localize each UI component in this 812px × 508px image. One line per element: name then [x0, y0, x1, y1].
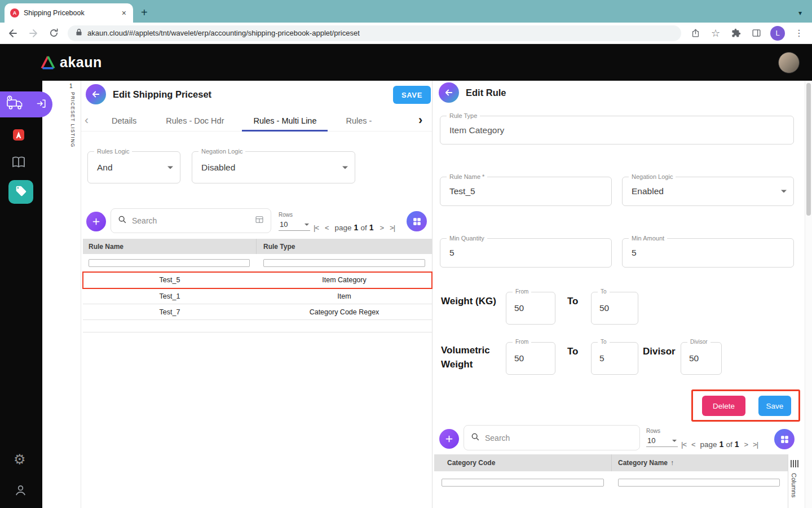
min-amount-field[interactable]: Min Amount 5: [622, 238, 794, 268]
divider: [81, 81, 81, 508]
pagination: |< < page 1 of 1 > >|: [681, 439, 758, 450]
weight-from-field[interactable]: From 50: [506, 292, 555, 325]
delete-button[interactable]: Delete: [702, 396, 745, 416]
tabs-scroll-right-icon[interactable]: ›: [418, 113, 422, 128]
close-tab-icon[interactable]: ×: [121, 8, 127, 17]
back-icon[interactable]: [7, 27, 19, 40]
search-icon: [118, 215, 127, 226]
table-row[interactable]: Test_1 Item: [83, 288, 432, 304]
prev-page-button[interactable]: <: [325, 224, 329, 232]
tag-icon: [15, 185, 27, 199]
favicon: A: [10, 8, 19, 17]
tab-list-button[interactable]: ▾: [798, 9, 802, 17]
settings-gear-icon[interactable]: ⚙: [14, 452, 26, 467]
save-button[interactable]: SAVE: [393, 86, 431, 104]
weight-to-field[interactable]: To 50: [591, 292, 638, 325]
tab-rules-multi-line[interactable]: Rules - Multi Line: [239, 110, 331, 132]
profile-person-icon[interactable]: [14, 484, 27, 497]
category-name-filter-input[interactable]: [618, 479, 780, 487]
add-category-button[interactable]: [439, 429, 459, 449]
columns-label[interactable]: Columns: [791, 473, 797, 497]
rows-per-page: Rows 10: [646, 428, 678, 447]
next-page-button[interactable]: >: [744, 440, 748, 449]
rows-per-page: Rows 10: [279, 212, 310, 231]
back-button[interactable]: [86, 84, 106, 104]
rule-name-field[interactable]: Rule Name * Test_5: [440, 177, 612, 206]
page-title: Edit Shipping Priceset: [113, 89, 211, 100]
last-page-button[interactable]: >|: [753, 440, 758, 449]
chevron-down-icon: [342, 166, 348, 169]
negation-logic-rule-select[interactable]: Negation Logic Enabled: [622, 177, 794, 206]
volumetric-to-field[interactable]: To 5: [591, 342, 638, 375]
column-header-rule-type[interactable]: Rule Type: [257, 239, 432, 254]
rule-type-filter-input[interactable]: [263, 259, 425, 267]
table-row[interactable]: Test_7 Category Code Regex: [83, 304, 432, 320]
save-rule-button[interactable]: Save: [758, 396, 791, 416]
first-page-button[interactable]: |<: [681, 440, 686, 449]
new-tab-button[interactable]: +: [141, 7, 148, 18]
tab-details[interactable]: Details: [97, 110, 151, 132]
browser-profile-avatar[interactable]: L: [770, 26, 785, 41]
side-panel-icon[interactable]: [750, 27, 762, 40]
sidebar-item-shipping-active[interactable]: [0, 91, 52, 117]
volumetric-weight-label: Volumetric Weight: [441, 343, 490, 371]
share-icon[interactable]: [689, 27, 701, 40]
bookmark-star-icon[interactable]: ☆: [709, 27, 722, 40]
add-rule-button[interactable]: [86, 212, 106, 231]
pdf-icon[interactable]: [12, 128, 25, 142]
next-page-button[interactable]: >: [379, 224, 383, 232]
grid-view-button[interactable]: [774, 429, 795, 449]
app-body: ⚙: [0, 81, 812, 508]
rule-type-field[interactable]: Rule Type Item Category: [440, 116, 794, 144]
browser-tab[interactable]: A Shipping Pricebook ×: [5, 3, 133, 23]
browser-menu-icon[interactable]: ⋮: [793, 27, 805, 40]
column-header-rule-name[interactable]: Rule Name: [83, 239, 257, 254]
search-input[interactable]: [132, 216, 250, 225]
search-icon: [471, 432, 480, 444]
rule-name-filter-input[interactable]: [89, 259, 250, 267]
rule-panel-title: Edit Rule: [466, 87, 506, 98]
table-icon[interactable]: [255, 215, 264, 226]
negation-logic-select[interactable]: Negation Logic Disabled: [192, 151, 355, 183]
volumetric-from-field[interactable]: From 50: [506, 342, 555, 375]
min-quantity-field[interactable]: Min Quantity 5: [440, 238, 612, 268]
column-header-category-name[interactable]: Category Name ↑: [612, 454, 788, 471]
tab-title: Shipping Pricebook: [24, 9, 116, 17]
prev-page-button[interactable]: <: [691, 440, 695, 449]
divisor-field[interactable]: Divisor 50: [681, 342, 722, 375]
category-table: Category Code Category Name ↑: [434, 454, 788, 493]
page-indicator: page 1 of 1: [335, 223, 374, 232]
page-indicator: page 1 of 1: [700, 440, 739, 449]
lock-icon: [76, 28, 82, 38]
tab-rules-doc-hdr[interactable]: Rules - Doc Hdr: [151, 110, 239, 132]
negation-logic-label: Negation Logic: [198, 148, 245, 155]
rows-select[interactable]: 10: [279, 220, 310, 231]
reload-icon[interactable]: [47, 27, 60, 40]
tab-rules-next[interactable]: Rules -: [331, 110, 386, 132]
login-arrow-icon: [36, 98, 47, 111]
book-icon[interactable]: [11, 156, 26, 168]
extensions-icon[interactable]: [730, 27, 742, 40]
first-page-button[interactable]: |<: [314, 224, 319, 232]
grid-view-button[interactable]: [407, 211, 427, 231]
rows-label: Rows: [646, 428, 678, 434]
filter-row: [83, 254, 432, 272]
sidebar-item-pricebook-tag[interactable]: [8, 180, 33, 204]
brand-logo: akaun: [39, 54, 102, 71]
category-search-input[interactable]: [485, 433, 633, 443]
tabs-scroll-left-icon[interactable]: ‹: [85, 113, 89, 126]
category-code-filter-input[interactable]: [442, 479, 604, 487]
scrollbar-thumb[interactable]: [806, 83, 811, 216]
rules-logic-select[interactable]: Rules Logic And: [87, 151, 180, 183]
divisor-word: Divisor: [643, 346, 676, 357]
column-header-category-code[interactable]: Category Code: [434, 454, 612, 471]
back-button-rule[interactable]: [439, 82, 459, 103]
table-row-selected[interactable]: Test_5 Item Category: [83, 272, 432, 288]
url-text: akaun.cloud/#/applets/tnt/wavelet/erp/ac…: [87, 29, 360, 37]
last-page-button[interactable]: >|: [390, 224, 395, 232]
rows-select[interactable]: 10: [646, 436, 678, 447]
url-field[interactable]: akaun.cloud/#/applets/tnt/wavelet/erp/ac…: [68, 25, 681, 41]
forward-icon[interactable]: [27, 27, 39, 40]
user-avatar[interactable]: [778, 52, 800, 73]
drag-handle-icon[interactable]: [791, 460, 798, 467]
